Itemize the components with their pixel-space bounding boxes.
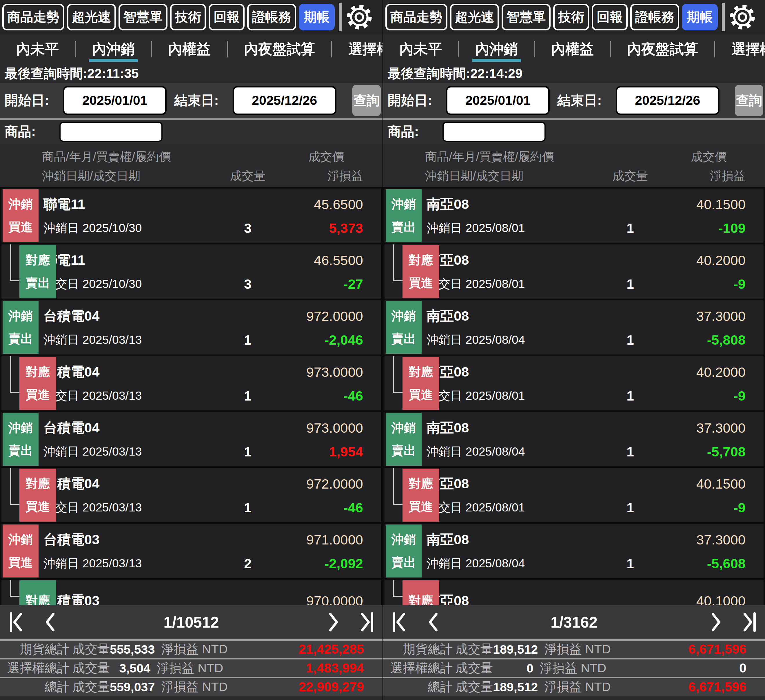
first-page-icon[interactable] xyxy=(391,612,406,633)
toolbar-button-market-trend[interactable]: 商品走勢 xyxy=(2,4,65,30)
tab-night-session-trial[interactable]: 內夜盤試算 xyxy=(625,36,700,63)
query-button[interactable]: 查詢 xyxy=(735,85,763,116)
match-connector-line xyxy=(393,245,403,281)
match-connector-line xyxy=(10,356,19,393)
toolbar-button-smart-order[interactable]: 智慧單 xyxy=(502,4,551,30)
toolbar-button-securities-account[interactable]: 證帳務 xyxy=(247,4,296,30)
matched-trade-row[interactable]: 對應 買進 南亞0840.2000 成交日 2025/08/011-9 xyxy=(384,356,763,410)
badge-text: 賣出 xyxy=(392,554,416,571)
trade-qty: 3 xyxy=(219,276,277,292)
product-name: 台積電04 xyxy=(44,363,277,381)
trade-row[interactable]: 沖銷 賣出 南亞0837.3000 沖銷日 2025/08/041-5,808 xyxy=(384,300,763,355)
prev-page-icon[interactable] xyxy=(44,612,56,633)
matched-trade-row[interactable]: 對應 買進 台積電04972.0000 成交日 2025/03/131-46 xyxy=(2,468,381,522)
matched-trade-row-clipped[interactable]: 對應 台積電03970.0000 xyxy=(2,580,381,605)
pl-value: 22,909,279 xyxy=(228,680,382,694)
account-panel-right: 商品走勢 超光速 智慧單 技術 回報 證帳務 期帳 內未平 內沖銷 內權益 內夜… xyxy=(382,0,765,700)
start-date-input[interactable] xyxy=(63,86,167,115)
end-date-label: 結束日: xyxy=(557,91,601,110)
product-input[interactable] xyxy=(60,122,162,142)
volume-label: 成交量 xyxy=(72,641,110,658)
tab-equity[interactable]: 內權益 xyxy=(549,36,595,63)
tab-offset-records[interactable]: 內沖銷 xyxy=(474,36,519,63)
trade-price: 40.2000 xyxy=(659,364,763,380)
next-page-icon[interactable] xyxy=(710,612,723,633)
volume-label: 成交量 xyxy=(455,660,493,676)
pl-label: 淨損益 NTD xyxy=(161,678,227,695)
badge-text: 沖銷 xyxy=(392,196,416,212)
tab-equity[interactable]: 內權益 xyxy=(166,36,212,63)
trade-qty: 1 xyxy=(601,500,659,515)
trade-date: 沖銷日 2025/03/13 xyxy=(44,556,219,571)
pl-label: 淨損益 NTD xyxy=(544,641,611,658)
query-button[interactable]: 查詢 xyxy=(353,85,381,116)
matched-trade-row[interactable]: 對應 買進 南亞0840.1500 成交日 2025/08/011-9 xyxy=(384,468,763,522)
action-badge-matched: 對應 xyxy=(19,581,56,605)
tab-options-scan[interactable]: 選擇權掃 xyxy=(346,36,382,63)
toolbar-button-futures-account[interactable]: 期帳 xyxy=(299,4,335,30)
tab-open-positions[interactable]: 內未平 xyxy=(398,36,444,63)
trade-row[interactable]: 沖銷 賣出 南亞0837.3000 沖銷日 2025/08/041-5,608 xyxy=(384,524,763,578)
trade-qty: 2 xyxy=(219,556,277,571)
toolbar-button-reports[interactable]: 回報 xyxy=(592,4,628,30)
trade-price: 45.6500 xyxy=(277,196,381,212)
tab-separator xyxy=(714,41,715,57)
start-date-input[interactable] xyxy=(446,86,550,115)
tab-bar: 內未平 內沖銷 內權益 內夜盤試算 選擇權掃 xyxy=(0,34,382,64)
toolbar-button-smart-order[interactable]: 智慧單 xyxy=(118,4,167,30)
first-page-icon[interactable] xyxy=(8,612,23,633)
badge-text: 對應 xyxy=(26,476,50,492)
trade-price: 40.2000 xyxy=(659,252,763,268)
tab-night-session-trial[interactable]: 內夜盤試算 xyxy=(242,36,317,63)
futures-total-row: 期貨總計 成交量 189,512 淨損益 NTD 6,671,596 xyxy=(383,639,765,658)
net-pl: -2,092 xyxy=(277,556,381,571)
tab-open-positions[interactable]: 內未平 xyxy=(14,36,61,63)
settings-gear-icon[interactable] xyxy=(729,3,756,31)
tab-options-scan[interactable]: 選擇權掃 xyxy=(730,36,765,63)
tab-separator xyxy=(610,41,611,57)
toolbar-button-speed-order[interactable]: 超光速 xyxy=(67,4,116,30)
product-label: 商品: xyxy=(5,123,36,141)
trade-row[interactable]: 沖銷 買進 聯電1145.6500 沖銷日 2025/10/3035,373 xyxy=(2,188,381,243)
matched-trade-row-clipped[interactable]: 對應 南亞0840.1000 xyxy=(384,580,763,605)
trade-price: 971.0000 xyxy=(277,532,381,548)
toolbar-button-speed-order[interactable]: 超光速 xyxy=(450,4,499,30)
date-filter-row: 開始日: 結束日: 查詢 xyxy=(0,83,382,118)
product-name: 南亞08 xyxy=(427,530,659,549)
tab-offset-records[interactable]: 內沖銷 xyxy=(90,36,137,63)
toolbar-button-securities-account[interactable]: 證帳務 xyxy=(630,4,679,30)
toolbar-button-technical[interactable]: 技術 xyxy=(553,4,589,30)
header-date: 沖銷日期/成交日期 xyxy=(42,168,219,184)
matched-trade-row[interactable]: 對應 買進 南亞0840.2000 成交日 2025/08/011-9 xyxy=(384,245,763,298)
action-badge-matched-buy: 對應 買進 xyxy=(19,469,56,522)
trade-row[interactable]: 沖銷 買進 台積電03971.0000 沖銷日 2025/03/132-2,09… xyxy=(2,524,381,578)
last-query-time: 最後查詢時間:22:11:35 xyxy=(0,64,382,83)
product-input[interactable] xyxy=(442,122,546,142)
trade-row[interactable]: 沖銷 賣出 台積電04973.0000 沖銷日 2025/03/1311,954 xyxy=(2,412,381,466)
pl-value: 6,671,596 xyxy=(611,680,765,694)
volume-label: 成交量 xyxy=(455,641,493,658)
trade-row[interactable]: 沖銷 賣出 台積電04972.0000 沖銷日 2025/03/131-2,04… xyxy=(2,300,381,355)
end-date-label: 結束日: xyxy=(174,91,219,110)
badge-text: 沖銷 xyxy=(8,308,33,324)
end-date-input[interactable] xyxy=(233,86,337,115)
matched-trade-row[interactable]: 對應 賣出 聯電1146.5500 成交日 2025/10/303-27 xyxy=(2,245,381,298)
volume-value: 189,512 xyxy=(493,642,538,656)
trade-row[interactable]: 沖銷 賣出 南亞0837.3000 沖銷日 2025/08/041-5,708 xyxy=(384,412,763,466)
toolbar-button-futures-account[interactable]: 期帳 xyxy=(682,4,718,30)
last-page-icon[interactable] xyxy=(360,612,375,633)
product-name: 台積電04 xyxy=(44,419,277,437)
toolbar-button-market-trend[interactable]: 商品走勢 xyxy=(386,4,447,30)
product-name: 南亞08 xyxy=(427,363,659,381)
last-page-icon[interactable] xyxy=(742,612,757,633)
toolbar-button-technical[interactable]: 技術 xyxy=(170,4,206,30)
settings-gear-icon[interactable] xyxy=(346,3,373,31)
next-page-icon[interactable] xyxy=(327,612,340,633)
end-date-input[interactable] xyxy=(616,86,719,115)
matched-trade-row[interactable]: 對應 買進 台積電04973.0000 成交日 2025/03/131-46 xyxy=(2,356,381,410)
toolbar-button-reports[interactable]: 回報 xyxy=(209,4,245,30)
prev-page-icon[interactable] xyxy=(427,612,439,633)
trade-qty: 1 xyxy=(601,276,659,292)
grand-total-row: 總計 成交量 189,512 淨損益 NTD 6,671,596 xyxy=(383,677,765,696)
trade-row[interactable]: 沖銷 賣出 南亞0840.1500 沖銷日 2025/08/011-109 xyxy=(384,188,763,243)
